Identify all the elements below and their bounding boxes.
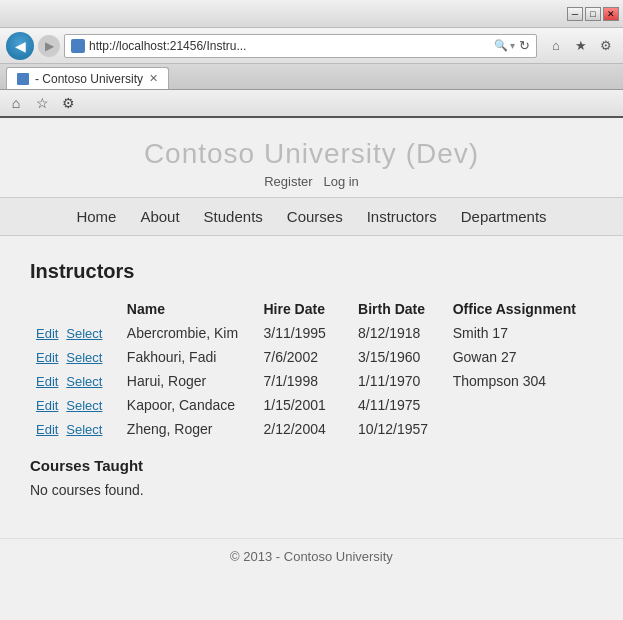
login-link[interactable]: Log in	[323, 174, 358, 189]
office-assignment	[447, 417, 593, 441]
nav-home[interactable]: Home	[76, 208, 116, 225]
row-actions: Edit Select	[30, 345, 121, 369]
dropdown-icon: ▾	[510, 40, 515, 51]
address-bar[interactable]: http://localhost:21456/Instru... 🔍 ▾ ↻	[64, 34, 537, 58]
search-icon: 🔍	[494, 39, 508, 52]
col-office-header: Office Assignment	[447, 297, 593, 321]
settings-icon[interactable]: ⚙	[595, 35, 617, 57]
page-content: Contoso University (Dev) Register Log in…	[0, 118, 623, 620]
main-area: Instructors Name Hire Date Birth Date Of…	[0, 252, 623, 518]
edit-link[interactable]: Edit	[36, 398, 58, 413]
tab-bar: - Contoso University ✕	[0, 64, 623, 90]
hire-date: 7/1/1998	[257, 369, 352, 393]
nav-departments[interactable]: Departments	[461, 208, 547, 225]
edit-link[interactable]: Edit	[36, 422, 58, 437]
tab-favicon	[17, 73, 29, 85]
col-hire-header: Hire Date	[257, 297, 352, 321]
row-actions: Edit Select	[30, 393, 121, 417]
row-actions: Edit Select	[30, 417, 121, 441]
back-button[interactable]: ◀	[6, 32, 34, 60]
title-bar: ─ □ ✕	[0, 0, 623, 28]
edit-link[interactable]: Edit	[36, 350, 58, 365]
table-row: Edit Select Zheng, Roger 2/12/2004 10/12…	[30, 417, 593, 441]
nav-courses[interactable]: Courses	[287, 208, 343, 225]
birth-date: 1/11/1970	[352, 369, 447, 393]
active-tab[interactable]: - Contoso University ✕	[6, 67, 169, 89]
tab-label: - Contoso University	[35, 72, 143, 86]
page-footer: © 2013 - Contoso University	[0, 538, 623, 574]
toolbar: ⌂ ☆ ⚙	[0, 90, 623, 118]
office-assignment	[447, 393, 593, 417]
table-row: Edit Select Fakhouri, Fadi 7/6/2002 3/15…	[30, 345, 593, 369]
maximize-button[interactable]: □	[585, 7, 601, 21]
no-courses-text: No courses found.	[30, 482, 593, 498]
hire-date: 3/11/1995	[257, 321, 352, 345]
birth-date: 8/12/1918	[352, 321, 447, 345]
hire-date: 7/6/2002	[257, 345, 352, 369]
instructor-name: Harui, Roger	[121, 369, 258, 393]
minimize-button[interactable]: ─	[567, 7, 583, 21]
instructor-name: Zheng, Roger	[121, 417, 258, 441]
select-link[interactable]: Select	[66, 422, 102, 437]
address-icon	[71, 39, 85, 53]
toolbar-home-icon[interactable]: ⌂	[6, 93, 26, 113]
office-assignment: Smith 17	[447, 321, 593, 345]
nav-about[interactable]: About	[140, 208, 179, 225]
row-actions: Edit Select	[30, 369, 121, 393]
birth-date: 3/15/1960	[352, 345, 447, 369]
instructor-name: Fakhouri, Fadi	[121, 345, 258, 369]
office-assignment: Gowan 27	[447, 345, 593, 369]
courses-heading: Courses Taught	[30, 457, 593, 474]
table-row: Edit Select Harui, Roger 7/1/1998 1/11/1…	[30, 369, 593, 393]
toolbar-settings-icon[interactable]: ⚙	[58, 93, 78, 113]
hire-date: 2/12/2004	[257, 417, 352, 441]
row-actions: Edit Select	[30, 321, 121, 345]
forward-button[interactable]: ▶	[38, 35, 60, 57]
edit-link[interactable]: Edit	[36, 374, 58, 389]
close-button[interactable]: ✕	[603, 7, 619, 21]
auth-links: Register Log in	[0, 174, 623, 189]
instructor-name: Kapoor, Candace	[121, 393, 258, 417]
select-link[interactable]: Select	[66, 350, 102, 365]
select-link[interactable]: Select	[66, 326, 102, 341]
birth-date: 10/12/1957	[352, 417, 447, 441]
site-header: Contoso University (Dev) Register Log in	[0, 118, 623, 197]
instructors-table: Name Hire Date Birth Date Office Assignm…	[30, 297, 593, 441]
favorites-icon[interactable]: ★	[570, 35, 592, 57]
table-row: Edit Select Kapoor, Candace 1/15/2001 4/…	[30, 393, 593, 417]
col-actions-header	[30, 297, 121, 321]
select-link[interactable]: Select	[66, 374, 102, 389]
nav-instructors[interactable]: Instructors	[367, 208, 437, 225]
home-icon[interactable]: ⌂	[545, 35, 567, 57]
address-text: http://localhost:21456/Instru...	[89, 39, 490, 53]
tab-close-button[interactable]: ✕	[149, 72, 158, 85]
site-title: Contoso University (Dev)	[0, 138, 623, 170]
nav-students[interactable]: Students	[204, 208, 263, 225]
courses-section: Courses Taught No courses found.	[30, 457, 593, 498]
nav-menu: Home About Students Courses Instructors …	[0, 197, 623, 236]
instructor-name: Abercrombie, Kim	[121, 321, 258, 345]
window-controls: ─ □ ✕	[567, 7, 619, 21]
col-name-header: Name	[121, 297, 258, 321]
col-birth-header: Birth Date	[352, 297, 447, 321]
birth-date: 4/11/1975	[352, 393, 447, 417]
edit-link[interactable]: Edit	[36, 326, 58, 341]
table-row: Edit Select Abercrombie, Kim 3/11/1995 8…	[30, 321, 593, 345]
hire-date: 1/15/2001	[257, 393, 352, 417]
office-assignment: Thompson 304	[447, 369, 593, 393]
refresh-icon[interactable]: ↻	[519, 38, 530, 53]
register-link[interactable]: Register	[264, 174, 312, 189]
select-link[interactable]: Select	[66, 398, 102, 413]
browser-icons: ⌂ ★ ⚙	[545, 35, 617, 57]
page-heading: Instructors	[30, 260, 593, 283]
toolbar-star-icon[interactable]: ☆	[32, 93, 52, 113]
navigation-bar: ◀ ▶ http://localhost:21456/Instru... 🔍 ▾…	[0, 28, 623, 64]
